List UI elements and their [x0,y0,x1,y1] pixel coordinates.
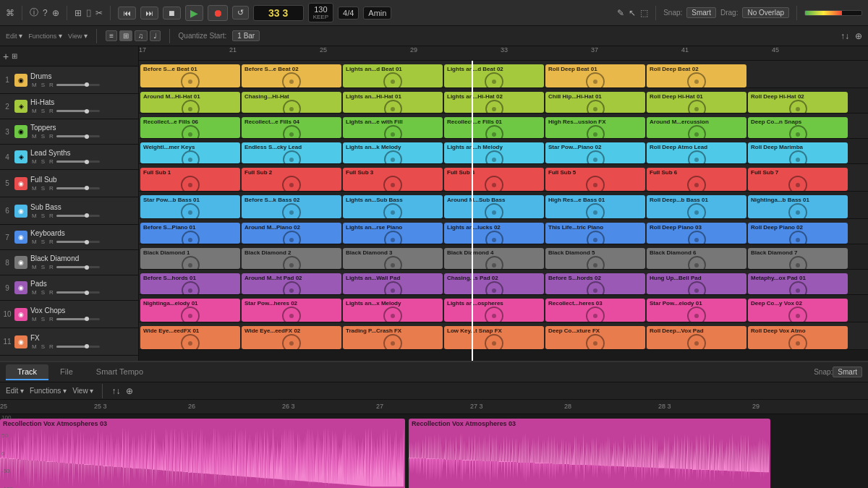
tab-file[interactable]: File [48,364,85,380]
record-btn-8[interactable]: R [48,264,55,270]
stop-btn[interactable]: ⏹ [163,7,181,20]
bottom-snap-value[interactable]: Smart [833,367,862,377]
tab-track[interactable]: Track [6,364,48,380]
clip-2-2[interactable]: Chasing...Hi-Hat [242,92,341,113]
cycle-btn[interactable]: ↺ [232,6,249,20]
track-fader-8[interactable] [56,266,100,268]
record-btn-10[interactable]: R [48,316,55,322]
clip-8-6[interactable]: Black Diamond 6 [647,248,746,269]
solo-btn-4[interactable]: S [40,158,46,165]
clip-3-4[interactable]: Recollect...e Fills 01 [444,117,544,138]
pencil-icon[interactable]: ✎ [617,8,624,18]
clip-2-6[interactable]: Roll Deep Hi-Hat 01 [647,92,746,113]
clip-4-2[interactable]: Endless S...cky Lead [242,142,341,163]
track-header-full-sub[interactable]: 5 ◉ Full Sub M S R [0,170,138,197]
info-icon[interactable]: ⓘ [30,7,38,19]
pointer-icon[interactable]: ↖ [629,8,636,18]
track-fader-1[interactable] [56,84,100,86]
record-btn-3[interactable]: R [48,133,55,140]
track-header-toppers[interactable]: 3 ◉ Toppers M S R [0,119,138,145]
track-header-sub-bass[interactable]: 6 ◉ Sub Bass M S R [0,197,138,225]
clip-9-2[interactable]: Around M...ht Pad 02 [242,273,341,294]
score-icon[interactable]: ♩ [150,30,161,41]
list-view-icon[interactable]: ≡ [106,30,117,41]
bottom-waveform-clip-1[interactable]: Recollection Vox Atmospheres 03 [0,419,405,488]
fast-forward-btn[interactable]: ⏭ [140,7,158,20]
clip-7-7[interactable]: Roll Deep Piano 02 [748,223,848,244]
record-btn-7[interactable]: R [48,239,55,245]
tune-icon[interactable]: ⌷ [86,8,91,18]
track-header-lead-synths[interactable]: 4 ◈ Lead Synths M S R [0,145,138,170]
clip-10-5[interactable]: Recollect...heres 03 [545,299,645,322]
clip-7-5[interactable]: This Life...tric Piano [545,223,645,244]
mute-btn-5[interactable]: M [30,185,38,192]
solo-btn-5[interactable]: S [40,185,46,192]
solo-btn-1[interactable]: S [40,82,46,88]
solo-btn-3[interactable]: S [40,133,46,140]
view-menu[interactable]: View ▾ [68,32,88,40]
track-fader-11[interactable] [56,346,100,348]
functions-menu[interactable]: Functions ▾ [28,32,62,40]
clip-1-5[interactable]: Roll Deep Beat 01 [545,64,645,87]
clip-1-3[interactable]: Lights an...d Beat 01 [343,64,443,87]
grid-icon[interactable]: ⊞ [75,8,82,18]
record-btn[interactable]: ⏺ [208,5,228,21]
question-icon[interactable]: ? [43,8,48,18]
mute-btn-1[interactable]: M [30,82,38,88]
drag-value[interactable]: No Overlap [742,7,789,18]
record-btn-11[interactable]: R [48,343,55,350]
record-btn-6[interactable]: R [48,213,55,219]
record-btn-9[interactable]: R [48,289,55,296]
clip-4-6[interactable]: Roll Deep Atmo Lead [647,142,746,163]
clip-11-7[interactable]: Roll Deep Vox Atmo [748,326,848,349]
clip-1-1[interactable]: Before S...e Beat 01 [140,64,240,87]
plus-icon[interactable]: ⊕ [855,31,862,41]
clip-2-3[interactable]: Lights an...Hi-Hat 01 [343,92,443,113]
grid-view-icon[interactable]: ⊞ [119,30,132,41]
mute-btn-2[interactable]: M [30,108,38,114]
clip-8-1[interactable]: Black Diamond 1 [140,248,240,269]
clip-9-3[interactable]: Lights an...Wall Pad [343,273,443,294]
clip-8-7[interactable]: Black Diamond 7 [748,248,848,269]
clip-9-1[interactable]: Before S...hords 01 [140,273,240,294]
help-icon[interactable]: ⊕ [52,8,59,18]
clip-6-6[interactable]: Roll Deep...b Bass 01 [647,195,746,218]
rewind-btn[interactable]: ⏮ [118,7,136,20]
clip-6-4[interactable]: Around M...Sub Bass [444,195,544,218]
track-fader-7[interactable] [56,241,100,243]
clip-10-3[interactable]: Lights an...x Melody [343,299,443,322]
clip-10-4[interactable]: Lights an...ospheres [444,299,544,322]
time-sig-display[interactable]: 4/4 [338,7,359,20]
clip-1-2[interactable]: Before S...e Beat 02 [242,64,341,87]
add-track-icon[interactable]: + [3,51,9,62]
record-btn-2[interactable]: R [48,108,55,114]
solo-btn-2[interactable]: S [40,108,46,114]
track-fader-10[interactable] [56,318,100,320]
clip-10-7[interactable]: Deep Co...y Vox 02 [748,299,848,322]
clip-3-1[interactable]: Recollect...e Fills 06 [140,117,240,138]
clip-11-1[interactable]: Wide Eye...eedFX 01 [140,326,240,349]
clip-8-4[interactable]: Black Diamond 4 [444,248,544,269]
solo-btn-7[interactable]: S [40,239,46,245]
solo-btn-8[interactable]: S [40,264,46,270]
bottom-plus-icon[interactable]: ⊕ [126,386,133,396]
clip-8-2[interactable]: Black Diamond 2 [242,248,341,269]
mute-btn-10[interactable]: M [30,316,38,322]
track-header-drums[interactable]: 1 ◉ Drums M S R [0,67,138,94]
clip-4-5[interactable]: Star Pow...Piano 02 [545,142,645,163]
clip-5-1[interactable]: Full Sub 1 [140,168,240,191]
clip-7-1[interactable]: Before S...Piano 01 [140,223,240,244]
clip-11-5[interactable]: Deep Co...xture FX [545,326,645,349]
track-fader-6[interactable] [56,215,100,217]
clip-9-7[interactable]: Metaphy...ox Pad 01 [748,273,848,294]
clip-9-4[interactable]: Chasing...s Pad 02 [444,273,544,294]
clip-7-2[interactable]: Around M...Piano 02 [242,223,341,244]
bottom-waveform[interactable]: Recollection Vox Atmospheres 03Recollect… [0,414,868,488]
clip-3-5[interactable]: High Res...ussion FX [545,117,645,138]
mute-btn-3[interactable]: M [30,133,38,140]
track-fader-4[interactable] [56,160,100,163]
clip-11-4[interactable]: Low Key...t Snap FX [444,326,544,349]
clip-4-1[interactable]: Weightl...mer Keys [140,142,240,163]
mute-btn-8[interactable]: M [30,264,38,270]
clip-5-2[interactable]: Full Sub 2 [242,168,341,191]
